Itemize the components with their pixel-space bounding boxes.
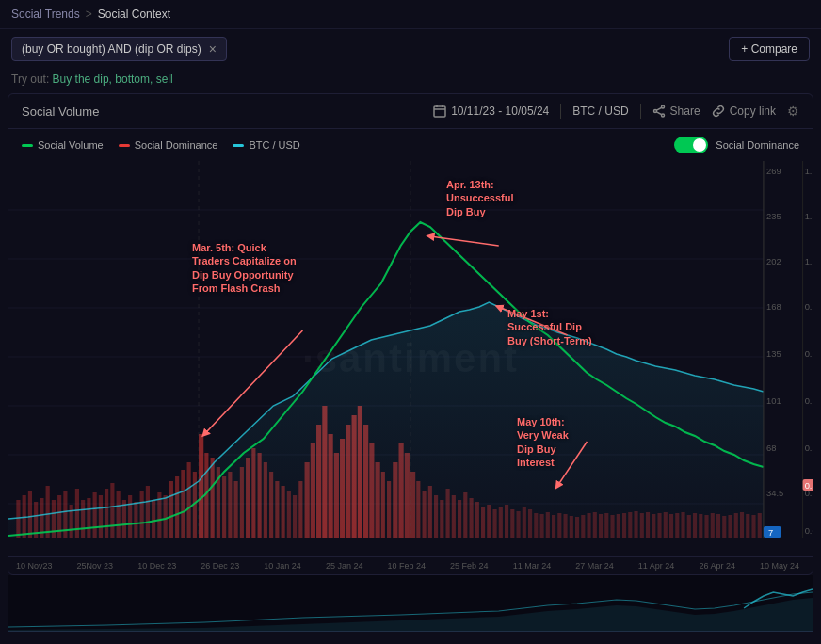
breadcrumb-separator: > — [86, 8, 92, 21]
social-dominance-toggle[interactable] — [674, 137, 708, 153]
social-dominance-toggle-group[interactable]: Social Dominance — [674, 137, 799, 153]
toolbar-divider-2 — [640, 104, 641, 119]
mini-chart-svg — [8, 575, 813, 632]
svg-point-4 — [661, 105, 664, 108]
copy-link-label: Copy link — [730, 105, 776, 118]
share-label: Share — [670, 105, 700, 118]
search-tag[interactable]: (buy OR bought) AND (dip OR dips) × — [11, 37, 227, 61]
date-range-picker[interactable]: 10/11/23 - 10/05/24 — [433, 105, 549, 118]
svg-line-146 — [430, 236, 499, 246]
legend-social-dominance: Social Dominance — [119, 139, 218, 151]
svg-text:68: 68 — [766, 443, 776, 453]
svg-text:0.58: 0.58 — [805, 396, 813, 406]
main-chart-svg: 269 235 202 168 135 101 68 34.5 1.55 1.3… — [8, 161, 813, 556]
x-label-5: 25 Jan 24 — [326, 561, 363, 571]
breadcrumb-parent[interactable]: Social Trends — [11, 8, 80, 21]
copy-link-button[interactable]: Copy link — [712, 105, 776, 118]
svg-text:0.014: 0.014 — [805, 526, 813, 536]
legend-dot-red — [119, 144, 130, 147]
chart-toolbar: Social Volume 10/11/23 - 10/05/24 BTC / … — [8, 94, 813, 129]
x-label-9: 27 Mar 24 — [575, 561, 614, 571]
svg-line-7 — [656, 107, 661, 110]
try-out-row: Try out: Buy the dip, bottom, sell — [0, 69, 821, 93]
svg-text:101: 101 — [766, 396, 781, 406]
svg-text:202: 202 — [766, 257, 781, 266]
svg-text:235: 235 — [766, 212, 781, 221]
date-range-label: 10/11/23 - 10/05/24 — [451, 105, 549, 118]
try-out-suggestions[interactable]: Buy the dip, bottom, sell — [53, 72, 173, 86]
legend-row: Social Volume Social Dominance BTC / USD… — [8, 129, 813, 161]
share-icon — [652, 105, 666, 118]
legend-social-dominance-label: Social Dominance — [135, 139, 218, 151]
svg-text:269: 269 — [766, 167, 781, 176]
mini-chart — [8, 575, 813, 632]
svg-point-6 — [653, 110, 656, 113]
x-label-6: 10 Feb 24 — [388, 561, 427, 571]
x-label-0: 10 Nov23 — [16, 561, 53, 571]
settings-button[interactable]: ⚙ — [787, 104, 799, 119]
x-label-8: 11 Mar 24 — [513, 561, 552, 571]
chart-title: Social Volume — [22, 105, 99, 119]
compare-button[interactable]: + Compare — [729, 37, 810, 61]
svg-text:1.55: 1.55 — [805, 167, 813, 176]
try-out-label: Try out: — [11, 72, 49, 86]
legend-btc-usd: BTC / USD — [233, 139, 299, 151]
breadcrumb-current: Social Context — [98, 8, 170, 21]
x-label-7: 25 Feb 24 — [450, 561, 489, 571]
pair-label: BTC / USD — [572, 105, 628, 118]
breadcrumb: Social Trends > Social Context — [0, 0, 821, 29]
x-label-4: 10 Jan 24 — [264, 561, 301, 571]
svg-text:7: 7 — [768, 528, 773, 538]
toggle-label: Social Dominance — [716, 139, 799, 151]
share-button[interactable]: Share — [652, 105, 700, 118]
toolbar-divider-1 — [560, 104, 561, 119]
legend-dot-teal — [233, 144, 244, 147]
search-row: (buy OR bought) AND (dip OR dips) × + Co… — [0, 29, 821, 69]
search-close-button[interactable]: × — [209, 41, 217, 56]
chart-panel: Social Volume 10/11/23 - 10/05/24 BTC / … — [8, 93, 813, 575]
x-label-1: 25Nov 23 — [77, 561, 114, 571]
x-label-11: 26 Apr 24 — [699, 561, 735, 571]
svg-text:0.398: 0.398 — [805, 443, 813, 453]
chart-area: ·santiment — [8, 161, 813, 556]
x-label-12: 10 May 24 — [760, 561, 799, 571]
svg-text:0.782: 0.782 — [805, 349, 813, 359]
legend-social-volume-label: Social Volume — [38, 139, 104, 151]
x-label-3: 26 Dec 23 — [201, 561, 239, 571]
svg-line-8 — [656, 112, 661, 115]
svg-text:0.301: 0.301 — [805, 481, 813, 491]
search-query: (buy OR bought) AND (dip OR dips) — [22, 42, 201, 56]
x-label-2: 10 Dec 23 — [137, 561, 176, 571]
link-icon — [712, 105, 725, 118]
x-axis: 10 Nov23 25Nov 23 10 Dec 23 26 Dec 23 10… — [8, 556, 813, 574]
legend-btc-usd-label: BTC / USD — [249, 139, 299, 151]
svg-text:168: 168 — [766, 302, 781, 312]
svg-rect-0 — [434, 106, 445, 117]
svg-text:135: 135 — [766, 349, 781, 359]
svg-text:1.166: 1.166 — [805, 257, 813, 266]
legend-dot-green — [22, 144, 33, 147]
svg-text:0.974: 0.974 — [805, 302, 813, 312]
legend-social-volume: Social Volume — [22, 139, 104, 151]
svg-text:34.5: 34.5 — [766, 489, 783, 498]
calendar-icon — [433, 105, 446, 118]
svg-text:1.358: 1.358 — [805, 212, 813, 221]
svg-point-5 — [661, 114, 664, 117]
x-label-10: 11 Apr 24 — [638, 561, 675, 571]
